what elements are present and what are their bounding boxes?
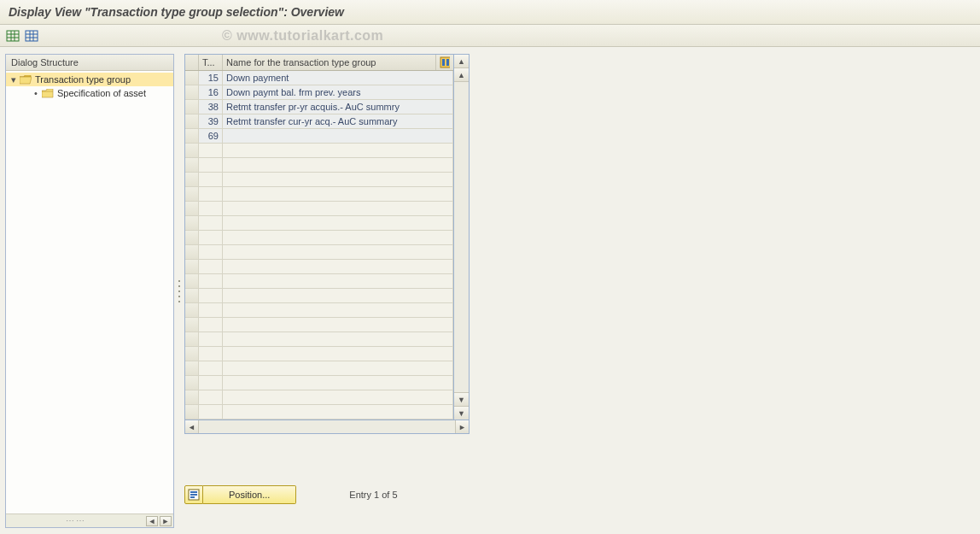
row-selector[interactable] (185, 100, 199, 114)
cell-code (199, 202, 223, 215)
svg-marker-12 (42, 89, 53, 97)
cell-name (223, 260, 453, 273)
dialog-structure-header: Dialog Structure (6, 55, 173, 71)
cell-name (223, 187, 453, 201)
table-container: T... Name for the transaction type group… (184, 54, 975, 420)
table-header-row: T... Name for the transaction type group (185, 55, 453, 71)
svg-marker-10 (20, 75, 31, 77)
row-selector (185, 187, 199, 201)
cell-name (223, 231, 453, 244)
row-selector (185, 260, 199, 273)
tree-collapse-icon[interactable]: ▾ (9, 74, 18, 85)
cell-name (223, 361, 453, 375)
table-settings-icon (440, 56, 450, 68)
column-header-code[interactable]: T... (199, 55, 223, 70)
cell-code: 16 (199, 85, 223, 99)
table-row[interactable]: 15Down payment (185, 71, 453, 85)
table-row[interactable]: 38Retmt transfer pr-yr acquis.- AuC summ… (185, 100, 453, 114)
svg-rect-5 (26, 31, 38, 41)
cell-name: Down paymt bal. frm prev. years (223, 85, 453, 99)
table-row[interactable]: 39Retmt transfer cur-yr acq.- AuC summar… (185, 114, 453, 129)
main-panel: T... Name for the transaction type group… (184, 54, 975, 528)
table-row-empty (185, 390, 453, 405)
row-selector[interactable] (185, 71, 199, 85)
row-selector[interactable] (185, 114, 199, 128)
svg-rect-16 (446, 59, 449, 66)
hscroll-track[interactable] (199, 420, 455, 433)
row-selector (185, 347, 199, 361)
cell-code (199, 216, 223, 230)
splitter-handle[interactable] (174, 54, 184, 528)
scroll-right-button[interactable]: ► (455, 420, 469, 433)
collapse-all-button[interactable] (24, 28, 39, 44)
folder-closed-icon (42, 88, 54, 98)
transaction-type-table: T... Name for the transaction type group… (184, 54, 454, 420)
position-button[interactable]: Position... (203, 485, 296, 504)
cell-code (199, 376, 223, 390)
row-selector-header[interactable] (185, 55, 199, 70)
row-selector (185, 303, 199, 317)
dialog-structure-tree: ▾ Transaction type group • Specification… (6, 71, 173, 513)
position-icon-button[interactable] (184, 485, 203, 504)
cell-name (223, 332, 453, 346)
cell-name (223, 245, 453, 259)
tree-node-specification-of-asset[interactable]: • Specification of asset (6, 86, 173, 100)
row-selector (185, 390, 199, 404)
configure-columns-button[interactable] (436, 55, 453, 70)
cell-name: Retmt transfer cur-yr acq.- AuC summary (223, 114, 453, 128)
table-row-empty (185, 202, 453, 216)
svg-rect-19 (190, 494, 197, 496)
cell-name (223, 144, 453, 157)
watermark-text: © www.tutorialkart.com (222, 28, 383, 44)
row-selector (185, 158, 199, 172)
row-selector (185, 173, 199, 186)
svg-rect-20 (190, 496, 195, 498)
tree-node-label: Specification of asset (57, 88, 146, 98)
table-vscrollbar[interactable]: ▲ ▲ ▼ ▼ (454, 54, 470, 420)
cell-name (223, 129, 453, 143)
sidebar-scroll-left-button[interactable]: ◄ (146, 516, 158, 526)
footer-row: Position... Entry 1 of 5 (184, 485, 975, 504)
vscroll-track[interactable] (454, 82, 469, 392)
cell-code (199, 144, 223, 157)
scroll-down-button[interactable]: ▼ (454, 406, 469, 420)
cell-name: Retmt transfer pr-yr acquis.- AuC summry (223, 100, 453, 114)
cell-name (223, 390, 453, 404)
cell-name: Down payment (223, 71, 453, 85)
cell-code (199, 173, 223, 186)
table-row-empty (185, 405, 453, 420)
scroll-left-button[interactable]: ◄ (185, 420, 199, 433)
scroll-down-button-2[interactable]: ▼ (454, 392, 469, 406)
table-row-empty (185, 274, 453, 289)
table-row-empty (185, 318, 453, 332)
column-header-name[interactable]: Name for the transaction type group (223, 55, 436, 70)
table-row[interactable]: 69 (185, 129, 453, 144)
grip-icon (178, 279, 181, 304)
row-selector (185, 202, 199, 215)
cell-code (199, 231, 223, 244)
row-selector[interactable] (185, 129, 199, 143)
sidebar-scroll-right-button[interactable]: ► (160, 516, 172, 526)
table-row-empty (185, 173, 453, 187)
table-grid-green-icon (6, 29, 20, 43)
tree-node-label: Transaction type group (35, 74, 131, 85)
scroll-up-button[interactable]: ▲ (454, 55, 469, 68)
scroll-up-button-2[interactable]: ▲ (454, 68, 469, 82)
folder-open-icon (20, 74, 32, 85)
table-hscrollbar[interactable]: ◄ ► (184, 420, 470, 434)
cell-name (223, 347, 453, 361)
table-row[interactable]: 16Down paymt bal. frm prev. years (185, 85, 453, 100)
row-selector[interactable] (185, 85, 199, 99)
cell-name (223, 173, 453, 186)
table-row-empty (185, 303, 453, 318)
position-locator-icon (188, 489, 200, 501)
cell-code (199, 274, 223, 288)
content-area: Dialog Structure ▾ Transaction type grou… (0, 47, 980, 534)
entry-status-text: Entry 1 of 5 (349, 490, 397, 500)
table-row-empty (185, 187, 453, 202)
table-row-empty (185, 332, 453, 347)
expand-all-button[interactable] (5, 28, 20, 44)
app-toolbar: © www.tutorialkart.com (0, 25, 980, 47)
tree-node-transaction-type-group[interactable]: ▾ Transaction type group (6, 73, 173, 86)
resize-handle-icon[interactable]: ⋯⋯ (8, 516, 144, 525)
